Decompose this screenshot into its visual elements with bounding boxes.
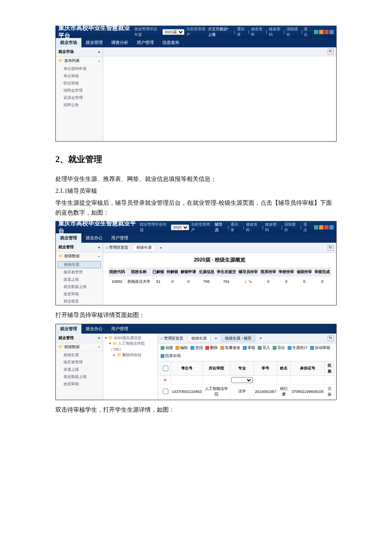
sidebar-group[interactable]: 📁 发布列表 − bbox=[56, 57, 103, 65]
sidebar-item[interactable]: 派遣上报 bbox=[56, 366, 103, 373]
link-cache[interactable]: 清除缓存 bbox=[284, 222, 299, 233]
btn-search[interactable]: 查找 bbox=[190, 345, 203, 351]
collapse-icon[interactable]: « bbox=[98, 336, 100, 340]
sidebar-item-selected[interactable]: 校级生源 bbox=[58, 261, 101, 268]
tab-office[interactable]: 就业办公 bbox=[81, 324, 107, 334]
col-header: 学校待审 bbox=[277, 267, 295, 277]
crumb-mid[interactable]: 校级生源 bbox=[187, 335, 210, 342]
link-logout[interactable]: 退出 bbox=[303, 222, 311, 233]
sidebar-item[interactable]: 改派审核 bbox=[56, 291, 103, 298]
col-header: 专业 bbox=[231, 361, 254, 375]
collapse-icon[interactable]: « bbox=[98, 245, 100, 250]
btn-fill[interactable]: 院系补填 bbox=[161, 353, 181, 359]
reload-button[interactable]: ↻ bbox=[328, 49, 334, 55]
screenshot-1: 重庆市高校毕业生智慧就业平台 就业管理毕业年届 2021届 当前登录用户 才立方… bbox=[55, 26, 337, 142]
tree-node[interactable]: ▾ 📁 人工智能法学院（795） bbox=[105, 341, 156, 352]
link-profile[interactable]: 修改资料 bbox=[251, 26, 264, 38]
tab-market[interactable]: 就业市场 bbox=[56, 38, 81, 47]
link-contacts[interactable]: 通讯录 bbox=[237, 26, 247, 38]
btn-import[interactable]: 导入 bbox=[258, 345, 270, 351]
user-label: 当前登录用户 bbox=[191, 222, 213, 233]
link-password[interactable]: 修改密码 bbox=[269, 26, 282, 38]
link-profile[interactable]: 修改资料 bbox=[246, 222, 261, 233]
tab-survey[interactable]: 调查分析 bbox=[107, 38, 133, 47]
pending-number[interactable]: 1 ↘ bbox=[237, 277, 259, 287]
row-checkbox[interactable] bbox=[163, 389, 168, 394]
col-header: 所在学院 bbox=[203, 361, 231, 375]
btn-edit[interactable]: 编辑 bbox=[176, 345, 188, 351]
btn-create[interactable]: 创建 bbox=[161, 345, 173, 351]
tab-info[interactable]: 信息发布 bbox=[158, 38, 184, 47]
top-tabs: 就业市场 就业管理 调查分析 用户管理 信息发布 bbox=[56, 38, 336, 47]
sidebar-item[interactable]: 招聘公告 bbox=[56, 102, 103, 109]
sidebar-item[interactable]: 宣讲会管理 bbox=[56, 94, 103, 102]
overview-title: 2020届 · 校级生源概览 bbox=[103, 253, 336, 267]
btn-export[interactable]: 导出 bbox=[273, 345, 285, 351]
crumb-page[interactable]: 校级生源 - 辅导 bbox=[221, 335, 255, 342]
sidebar-item[interactable]: 推荐表管理 bbox=[56, 269, 103, 276]
col-header: 审核完成 bbox=[313, 267, 331, 277]
table-row[interactable]: 14370802110463 人工智能法学院 法学 2014061067 程纪豪… bbox=[160, 384, 334, 398]
sidebar-item[interactable]: 推荐表管理 bbox=[56, 359, 103, 366]
sidebar-item[interactable]: 招聘会管理 bbox=[56, 87, 103, 94]
app-title: 重庆市高校毕业生智慧就业平台 bbox=[58, 24, 134, 40]
col-header: 院校名称 bbox=[126, 267, 152, 277]
sidebar-item[interactable]: 单位密码申请 bbox=[56, 65, 103, 73]
sidebar-item[interactable]: 派遣上报 bbox=[56, 276, 103, 283]
overview-table: 院校代码 院校名称 已解锁 待解锁 解锁申请 生源信息 学生未提交 辅导员待审 … bbox=[108, 267, 331, 286]
color-swatches bbox=[314, 30, 334, 34]
link-logout[interactable]: 退出 bbox=[304, 26, 311, 38]
title-bar: 重庆市高校毕业生智慧就业平台 就业管理毕业年届 2020 当前登录用户 辅导员 … bbox=[56, 221, 336, 233]
tab-user[interactable]: 用户管理 bbox=[107, 324, 133, 334]
section-heading: 2、就业管理 bbox=[55, 154, 337, 165]
col-header: 已解锁 bbox=[151, 267, 165, 277]
tree-leaf[interactable]: ▸ 📁 删除回收站 bbox=[105, 352, 156, 358]
col-checkbox[interactable] bbox=[160, 361, 171, 375]
reload-button[interactable]: ↻ bbox=[328, 245, 334, 251]
tree-root[interactable]: ▾ 📁 2020届生源信息 bbox=[105, 335, 156, 341]
link-contacts[interactable]: 通讯录 bbox=[231, 222, 242, 233]
paragraph: 学生生源提交审核后，辅导员登录就业管理后台，在就业管理-校级生源页面，点击【辅导… bbox=[55, 198, 337, 218]
minus-icon[interactable]: − bbox=[98, 345, 100, 349]
collapse-icon[interactable]: « bbox=[98, 50, 100, 54]
sidebar: 就业管理« 📁 校级数据− 校级生源 推荐表管理 派遣上报 就业数据上报 改派审… bbox=[56, 334, 103, 400]
home-icon[interactable]: ⌂ 管理区首页 bbox=[161, 336, 183, 341]
tab-manage[interactable]: 就业管理 bbox=[56, 233, 81, 243]
color-swatches bbox=[314, 225, 334, 230]
clear-filter[interactable]: ✕ bbox=[160, 375, 171, 384]
home-icon[interactable]: ⌂ 管理区首页 bbox=[106, 245, 128, 250]
table-row[interactable]: 10652 西南政法大学 51 0 0 795 791 1 ↘ 0 0 0 3 bbox=[108, 277, 331, 287]
tab-user[interactable]: 用户管理 bbox=[133, 38, 158, 47]
sidebar-item[interactable]: 职位审核 bbox=[56, 80, 103, 87]
crumb-page[interactable]: 校级生源 bbox=[133, 244, 156, 251]
link-cache[interactable]: 清除缓存 bbox=[286, 26, 300, 38]
top-tabs: 就业管理 就业办公 用户管理 bbox=[56, 324, 336, 334]
minus-icon[interactable]: − bbox=[98, 254, 100, 259]
user-label: 当前登录用户 bbox=[186, 26, 206, 38]
title-bar: 重庆市高校毕业生智慧就业平台 就业管理毕业年届 2021届 当前登录用户 才立方… bbox=[56, 26, 336, 38]
sidebar-item[interactable]: 单位审核 bbox=[56, 73, 103, 80]
btn-stats[interactable]: 生源统计 bbox=[288, 345, 308, 351]
sidebar-item[interactable]: 改派审核 bbox=[56, 381, 103, 388]
tab-user[interactable]: 用户管理 bbox=[107, 233, 133, 243]
reload-button[interactable]: ↻ bbox=[328, 335, 334, 341]
sidebar-item[interactable]: 校级生源 bbox=[56, 352, 103, 359]
col-header: 姓名 bbox=[277, 361, 291, 375]
btn-batch[interactable]: 批量修改 bbox=[220, 345, 240, 351]
btn-delete[interactable]: 删除 bbox=[205, 345, 218, 351]
year-select[interactable]: 2021届 bbox=[162, 29, 184, 35]
btn-audit[interactable]: 审核 bbox=[243, 345, 255, 351]
minus-icon[interactable]: − bbox=[98, 59, 100, 63]
sidebar-item[interactable]: 就业核查 bbox=[56, 298, 103, 305]
link-password[interactable]: 修改密码 bbox=[265, 222, 280, 233]
btn-auto[interactable]: 自动审核 bbox=[310, 345, 330, 351]
year-label: 就业管理毕业年届 bbox=[140, 222, 169, 233]
sidebar-item[interactable]: 就业数据上报 bbox=[56, 283, 103, 291]
content-area: ↻ bbox=[103, 47, 336, 141]
tab-office[interactable]: 就业办公 bbox=[81, 233, 107, 243]
year-select[interactable]: 2020 bbox=[171, 224, 189, 230]
sidebar-item[interactable]: 就业数据上报 bbox=[56, 373, 103, 381]
major-filter[interactable] bbox=[231, 377, 253, 383]
tab-manage[interactable]: 就业管理 bbox=[81, 38, 107, 47]
tab-manage[interactable]: 就业管理 bbox=[56, 324, 81, 334]
